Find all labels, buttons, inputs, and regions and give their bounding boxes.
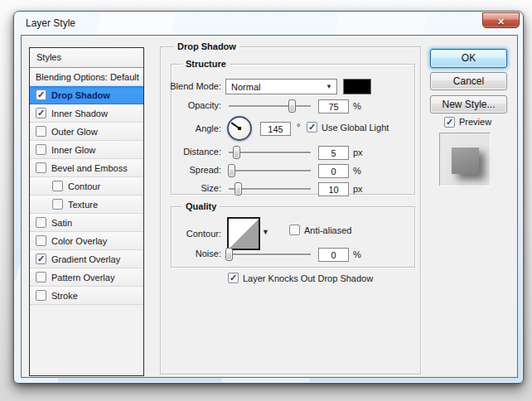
dialog-client-area: Styles Blending Options: Default✓Drop Sh… [21,35,518,378]
style-item-checkbox[interactable] [52,181,63,191]
distance-input[interactable] [318,146,349,160]
styles-list-item-color-overlay[interactable]: Color Overlay [30,232,143,250]
style-item-checkbox[interactable]: ✓ [36,89,46,100]
angle-dial-center-dot [238,127,241,130]
blend-mode-select[interactable]: Normal ▼ [225,79,337,94]
style-item-checkbox[interactable] [36,217,46,228]
use-global-light-label: Use Global Light [322,123,389,133]
style-item-checkbox[interactable] [36,235,46,246]
anti-aliased-label: Anti-aliased [304,225,351,235]
drop-shadow-groupbox: Drop Shadow Structure Blend Mode: Normal… [160,46,421,374]
drop-shadow-group-title: Drop Shadow [174,41,239,51]
style-item-label: Satin [51,218,72,228]
styles-list-item-inner-glow[interactable]: Inner Glow [30,141,143,159]
styles-list-header: Styles [30,48,143,68]
style-item-checkbox[interactable]: ✓ [36,108,46,118]
contour-dropdown-arrow[interactable]: ▼ [262,228,269,236]
style-item-checkbox[interactable] [36,272,46,283]
noise-slider-thumb[interactable] [225,248,233,261]
distance-slider-thumb[interactable] [233,146,240,159]
structure-group-title: Structure [182,59,230,69]
size-label: Size: [201,183,221,193]
style-item-checkbox[interactable]: ✓ [36,254,46,264]
noise-input[interactable] [318,248,349,262]
contour-label: Contour: [186,229,221,239]
window-title: Layer Style [26,17,75,29]
spread-label: Spread: [189,165,221,175]
style-item-label: Color Overlay [51,236,107,246]
size-slider-thumb[interactable] [235,182,242,196]
styles-list-item-gradient-overlay[interactable]: ✓Gradient Overlay [30,250,143,268]
style-item-label: Pattern Overlay [51,273,114,283]
styles-list: Blending Options: Default✓Drop Shadow✓In… [30,68,143,305]
anti-aliased-checkbox[interactable] [289,225,300,235]
style-item-label: Stroke [51,291,78,301]
cancel-button[interactable]: Cancel [430,72,507,90]
opacity-unit: % [353,101,361,111]
use-global-light-checkbox[interactable]: ✓ [307,122,317,133]
angle-dial[interactable] [227,116,252,141]
style-item-checkbox[interactable] [36,290,46,301]
style-item-label: Contour [68,181,100,191]
style-item-label: Blending Options: Default [36,72,139,82]
spread-slider-thumb[interactable] [228,164,235,177]
size-input[interactable] [318,182,349,196]
ok-button[interactable]: OK [430,49,507,68]
style-item-checkbox[interactable] [36,144,46,155]
size-slider[interactable] [229,188,311,190]
preview-shadow-square [452,147,479,174]
style-item-label: Texture [68,200,98,210]
distance-unit: px [353,147,363,157]
style-item-checkbox[interactable] [36,162,46,173]
noise-unit: % [353,249,361,259]
shadow-color-swatch[interactable] [343,79,371,94]
style-item-label: Gradient Overlay [51,254,120,264]
styles-list-item-bevel-and-emboss[interactable]: Bevel and Emboss [30,159,143,177]
opacity-label: Opacity: [188,100,221,110]
opacity-slider[interactable] [229,105,311,107]
angle-input[interactable] [260,122,291,136]
styles-list-item-satin[interactable]: Satin [30,214,143,232]
style-item-checkbox[interactable] [52,199,63,210]
angle-unit: ° [297,122,300,132]
distance-label: Distance: [183,147,221,157]
preview-label: Preview [459,117,491,127]
angle-label: Angle: [196,123,221,133]
style-item-checkbox[interactable] [36,126,46,137]
preview-checkbox[interactable]: ✓ [444,117,455,128]
layer-knocks-out-label: Layer Knocks Out Drop Shadow [243,273,373,283]
opacity-input[interactable] [318,99,349,114]
layer-knocks-out-checkbox[interactable]: ✓ [228,273,239,283]
noise-label: Noise: [196,249,221,258]
structure-groupbox: Structure Blend Mode: Normal ▼ Opacity: … [171,64,415,195]
style-item-label: Outer Glow [51,127,98,137]
size-unit: px [353,184,363,194]
style-item-label: Bevel and Emboss [51,163,128,173]
quality-group-title: Quality [182,201,220,211]
styles-list-item-inner-shadow[interactable]: ✓Inner Shadow [30,104,143,123]
spread-slider[interactable] [229,170,311,172]
styles-list-item-contour[interactable]: Contour [30,177,143,196]
desktop-background: Layer Style ✕ Styles Blending Options: D… [0,0,532,401]
distance-slider[interactable] [229,152,311,153]
blend-mode-label: Blend Mode: [170,81,221,91]
styles-list-item-pattern-overlay[interactable]: Pattern Overlay [30,268,143,287]
opacity-slider-thumb[interactable] [288,99,296,113]
noise-slider[interactable] [225,254,311,255]
styles-panel: Styles Blending Options: Default✓Drop Sh… [29,47,144,376]
preview-thumbnail [439,133,491,186]
styles-list-item-drop-shadow[interactable]: ✓Drop Shadow [30,86,143,104]
styles-list-item-outer-glow[interactable]: Outer Glow [30,123,143,141]
close-icon: ✕ [497,17,505,27]
spread-input[interactable] [318,164,349,178]
new-style-button[interactable]: New Style... [430,95,507,114]
close-button[interactable]: ✕ [482,12,520,28]
style-item-label: Inner Glow [51,145,95,155]
contour-thumbnail[interactable] [227,217,260,250]
quality-groupbox: Quality Contour: ▼ Anti-aliased Noise: % [171,206,415,268]
titlebar[interactable]: Layer Style ✕ [14,12,523,35]
styles-list-item-blending-options-default[interactable]: Blending Options: Default [30,68,143,86]
style-item-label: Drop Shadow [51,90,110,100]
styles-list-item-stroke[interactable]: Stroke [30,287,143,305]
styles-list-item-texture[interactable]: Texture [30,196,143,214]
